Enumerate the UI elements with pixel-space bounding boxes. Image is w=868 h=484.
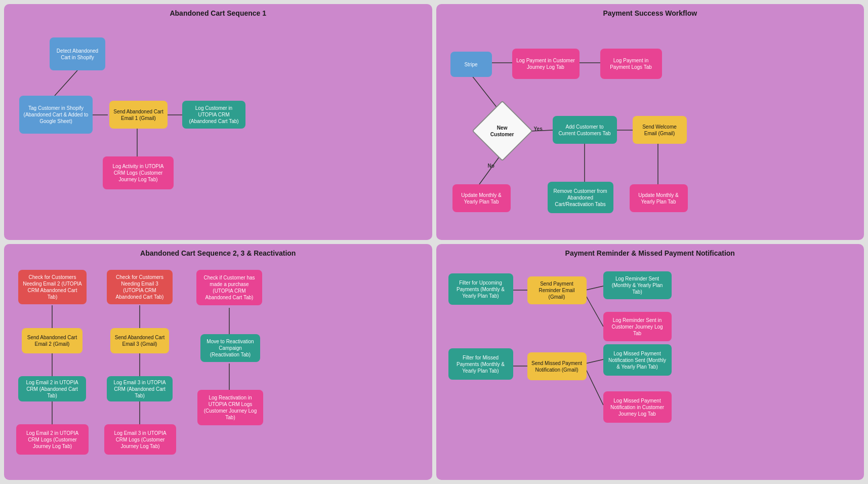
svg-line-22 — [586, 295, 603, 327]
node-log-missed-journey: Log Missed Payment Notification in Custo… — [603, 391, 672, 423]
quadrant-psw: Payment Success Workflow — [436, 4, 864, 240]
node-log-email3-journey: Log Email 3 in UTOPIA CRM Logs (Customer… — [104, 424, 176, 455]
node-log-email3: Log Email 3 in UTOPIA CRM (Abandoned Car… — [107, 376, 173, 401]
node-check-purchase: Check if Customer has made a purchase (U… — [196, 270, 262, 305]
svg-line-9 — [479, 156, 500, 184]
node-update-monthly-left: Update Monthly & Yearly Plan Tab — [452, 184, 511, 212]
psw-flow: Yes No Stripe Log Payment in Customer Jo… — [441, 22, 859, 233]
node-move-reactivation: Move to Reactivation Campaign (Reactivat… — [200, 334, 260, 362]
svg-line-6 — [472, 75, 500, 111]
node-stripe: Stripe — [450, 52, 492, 77]
node-log-payment-journey: Log Payment in Customer Journey Log Tab — [512, 49, 580, 79]
prmpn-flow: Filter for Upcoming Payments (Monthly & … — [441, 262, 859, 473]
quadrant-acs1-title: Abandoned Cart Sequence 1 — [9, 9, 427, 17]
quadrant-prmpn-title: Payment Reminder & Missed Payment Notifi… — [441, 249, 859, 257]
node-send-email-1: Send Abandoned Cart Email 1 (Gmail) — [109, 101, 168, 129]
node-log-missed-sent: Log Missed Payment Notification Sent (Mo… — [603, 344, 672, 376]
svg-line-25 — [586, 369, 603, 405]
node-add-customer: Add Customer to Current Customers Tab — [553, 116, 617, 144]
node-log-reactivation: Log Reactivation in UTOPIA CRM Logs (Cus… — [197, 390, 263, 425]
node-log-reminder-sent: Log Reminder Sent (Monthly & Yearly Plan… — [603, 271, 672, 299]
quadrant-acs23-title: Abandoned Cart Sequence 2, 3 & Reactivat… — [9, 249, 427, 257]
node-log-payment-logs: Log Payment in Payment Logs Tab — [600, 49, 662, 79]
no-label: No — [488, 163, 494, 169]
node-filter-upcoming: Filter for Upcoming Payments (Monthly & … — [448, 273, 513, 305]
node-check-email2: Check for Customers Needing Email 2 (UTO… — [18, 270, 87, 304]
svg-line-24 — [586, 359, 603, 364]
node-remove-customer: Remove Customer from Abandoned Cart/Reac… — [548, 182, 613, 213]
node-log-email2: Log Email 2 in UTOPIA CRM (Abandoned Car… — [18, 376, 86, 401]
node-log-activity: Log Activity in UTOPIA CRM Logs (Custome… — [103, 156, 174, 189]
svg-line-0 — [55, 70, 77, 96]
acs1-flow: Detect Abandoned Cart in Shopify Tag Cus… — [9, 22, 427, 233]
node-log-email2-journey: Log Email 2 in UTOPIA CRM Logs (Customer… — [16, 424, 89, 455]
quadrant-psw-title: Payment Success Workflow — [441, 9, 859, 17]
quadrant-prmpn: Payment Reminder & Missed Payment Notifi… — [436, 244, 864, 480]
quadrant-acs1: Abandoned Cart Sequence 1 Detect A — [4, 4, 432, 240]
node-send-missed: Send Missed Payment Notification (Gmail) — [527, 352, 587, 380]
node-send-email2: Send Abandoned Cart Email 2 (Gmail) — [22, 328, 82, 353]
node-welcome-email: Send Welcome Email (Gmail) — [633, 116, 687, 144]
node-new-customer-diamond: New Customer — [472, 100, 532, 161]
node-send-email3: Send Abandoned Cart Email 3 (Gmail) — [110, 328, 169, 353]
yes-label: Yes — [534, 126, 543, 132]
node-log-reminder-journey: Log Reminder Sent in Customer Journey Lo… — [603, 312, 672, 341]
node-check-email3: Check for Customers Needing Email 3 (UTO… — [107, 270, 173, 304]
node-send-reminder: Send Payment Reminder Email (Gmail) — [527, 276, 587, 304]
node-filter-missed: Filter for Missed Payments (Monthly & Ye… — [448, 348, 513, 380]
node-update-monthly-right: Update Monthly & Yearly Plan Tab — [630, 184, 688, 212]
node-tag-customer: Tag Customer in Shopify (Abandoned Cart … — [19, 96, 93, 134]
node-log-customer-utopia: Log Customer in UTOPIA CRM (Abandoned Ca… — [182, 101, 245, 129]
main-grid: Abandoned Cart Sequence 1 Detect A — [0, 0, 868, 484]
node-detect-abandoned-cart: Detect Abandoned Cart in Shopify — [50, 37, 105, 70]
svg-line-21 — [586, 286, 603, 290]
acs23-flow: Check for Customers Needing Email 2 (UTO… — [9, 262, 427, 473]
quadrant-acs23: Abandoned Cart Sequence 2, 3 & Reactivat… — [4, 244, 432, 480]
